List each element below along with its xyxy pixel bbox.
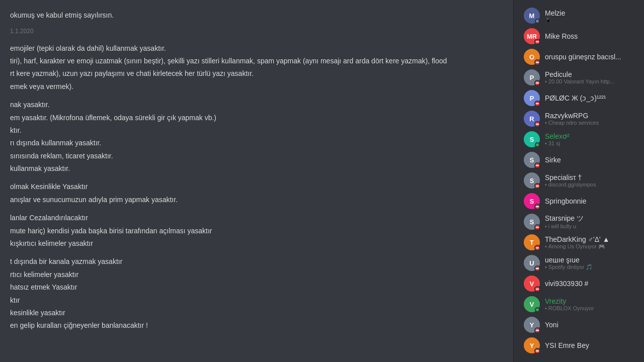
avatar-wrapper: Y	[524, 337, 540, 353]
member-name: YSI Emre Bey	[545, 341, 636, 349]
member-name: Selexơ²	[545, 132, 636, 140]
online-status-icon	[535, 142, 540, 147]
avatar-wrapper: S	[524, 214, 540, 230]
member-info: Specialisτ †•discord.gg/olympos	[545, 173, 636, 188]
date-divider: 1.1.2020	[10, 27, 503, 36]
dnd-status-icon	[534, 162, 540, 168]
member-name: PØLØC Ж (ɔ_ɔ)¹²²¹	[545, 94, 636, 102]
rule-line	[10, 207, 503, 211]
member-item[interactable]: YYSI Emre Bey	[518, 335, 640, 355]
rules-container: emojiler (tepki olarak da dahil) kullanm…	[10, 43, 503, 331]
member-info: oruspu güneşnz bacısl...	[545, 53, 636, 61]
member-item[interactable]: MMelzie📱	[518, 6, 640, 26]
member-status-text: •31 sj	[545, 140, 636, 146]
member-info: ueшıe şıue•Spotify dinliyor 🎵	[545, 256, 636, 270]
member-info: TheDarkKing ♂'Δ' ▲•Among Us Oynuyor 🎮	[545, 235, 636, 250]
rule-line	[10, 175, 503, 179]
member-info: vivi9303930 #	[545, 280, 636, 288]
member-item[interactable]: SSpecialisτ †•discord.gg/olympos	[518, 170, 640, 191]
member-item[interactable]: SSirke	[518, 150, 640, 170]
member-item[interactable]: RRazvykwRPG•Cheap nitro services	[518, 109, 640, 129]
avatar-wrapper: S	[524, 152, 540, 168]
dnd-status-icon	[534, 245, 540, 251]
avatar-wrapper: V	[524, 296, 540, 312]
rule-line: hatsız etmek Yasaktır	[10, 282, 503, 293]
avatar-wrapper: MR	[524, 28, 540, 44]
dnd-status-icon	[534, 80, 540, 86]
avatar-wrapper: O	[524, 49, 540, 65]
member-name: Yoni	[545, 321, 636, 329]
rule-line: rt kere yazmak), uzun yazı paylaşımı ve …	[10, 68, 503, 79]
member-status-text: •20.00 Valorant Yayın http...	[545, 78, 636, 84]
member-name: RazvykwRPG	[545, 112, 636, 120]
member-item[interactable]: SStarsnipe ツ•i will bully u	[518, 212, 640, 232]
member-info: YSI Emre Bey	[545, 341, 636, 349]
dnd-status-icon	[534, 265, 540, 272]
rule-line: kesinlikle yasaktır	[10, 307, 503, 318]
rule-line: emojiler (tepki olarak da dahil) kullanm…	[10, 43, 503, 54]
dnd-status-icon	[534, 183, 540, 189]
rule-line: tiri), harf, karakter ve emoji uzatmak (…	[10, 55, 503, 66]
status-bullet: •	[545, 264, 547, 270]
member-name: Starsnipe ツ	[545, 214, 636, 223]
rule-line: mute hariç) kendisi yada başka birisi ta…	[10, 225, 503, 236]
member-name: Melzie	[545, 9, 636, 17]
rule-line: ktır	[10, 295, 503, 306]
avatar-wrapper: U	[524, 255, 540, 271]
member-name: Sirke	[545, 156, 636, 164]
member-status-text: •Cheap nitro services	[545, 120, 636, 126]
member-item[interactable]: MRMike Ross	[518, 26, 640, 46]
avatar-wrapper: S	[524, 172, 540, 189]
dnd-status-icon	[534, 204, 540, 210]
status-bullet: •	[545, 182, 547, 188]
rule-line: kullanmak yasaktır.	[10, 163, 503, 174]
member-item[interactable]: Uueшıe şıue•Spotify dinliyor 🎵	[518, 253, 640, 273]
rule-line: kışkırtıcı kelimeler yasaktır	[10, 238, 503, 249]
member-item[interactable]: VVrezity•ROBLOX Oynuyor	[518, 294, 640, 314]
member-item[interactable]: SSpringbonnie	[518, 191, 640, 211]
member-sidebar: MMelzie📱MRMike RossOoruspu güneşnz bacıs…	[513, 0, 644, 362]
member-item[interactable]: PPØLØC Ж (ɔ_ɔ)¹²²¹	[518, 88, 640, 108]
accept-line: okumuş ve kabul etmiş sayılırsın.	[10, 10, 503, 21]
member-name: TheDarkKing ♂'Δ' ▲	[545, 235, 636, 243]
status-bullet: •	[545, 78, 547, 84]
avatar-wrapper: R	[524, 111, 540, 127]
rule-line: en gelip kuralları çiğneyenler banlanaca…	[10, 320, 503, 331]
avatar-wrapper: Y	[524, 317, 540, 333]
member-name: Specialisτ †	[545, 173, 636, 182]
status-bullet: •	[545, 120, 547, 126]
dnd-status-icon	[534, 348, 540, 354]
member-status-mobile: 📱	[545, 17, 636, 23]
member-name: oruspu güneşnz bacısl...	[545, 53, 636, 61]
member-item[interactable]: PPedicule•20.00 Valorant Yayın http...	[518, 67, 640, 87]
member-item[interactable]: Ooruspu güneşnz bacısl...	[518, 47, 640, 67]
member-name: Mike Ross	[545, 32, 636, 40]
rule-line: anışlar ve sunucumuzun adıyla prim yapma…	[10, 194, 503, 205]
dnd-status-icon	[534, 59, 540, 65]
member-info: Sirke	[545, 156, 636, 164]
rule-line: nak yasaktır.	[10, 99, 503, 110]
member-item[interactable]: SSelexơ²•31 sj	[518, 129, 640, 149]
member-item[interactable]: YYoni	[518, 315, 640, 335]
dnd-status-icon	[534, 327, 540, 333]
member-info: Vrezity•ROBLOX Oynuyor	[545, 297, 636, 311]
members-list: MMelzie📱MRMike RossOoruspu güneşnz bacıs…	[514, 6, 644, 355]
member-name: ueшıe şıue	[545, 256, 636, 264]
offline-status-icon	[535, 19, 540, 24]
status-bullet: •	[545, 140, 547, 146]
status-bullet: •	[545, 223, 547, 229]
mobile-icon: 📱	[545, 17, 551, 23]
member-info: PØLØC Ж (ɔ_ɔ)¹²²¹	[545, 94, 636, 102]
dnd-status-icon	[534, 224, 540, 230]
rule-line: sınısında reklam, ticaret yasaktır.	[10, 150, 503, 161]
avatar-wrapper: P	[524, 90, 540, 106]
avatar-wrapper: S	[524, 193, 540, 209]
member-name: Springbonnie	[545, 197, 636, 205]
member-info: Yoni	[545, 321, 636, 329]
member-status-text: •ROBLOX Oynuyor	[545, 305, 636, 311]
dnd-status-icon	[534, 39, 540, 45]
member-item[interactable]: Vvivi9303930 #	[518, 274, 640, 294]
member-item[interactable]: TTheDarkKing ♂'Δ' ▲•Among Us Oynuyor 🎮	[518, 232, 640, 252]
member-info: Melzie📱	[545, 9, 636, 23]
member-status-text: •Among Us Oynuyor 🎮	[545, 243, 636, 250]
